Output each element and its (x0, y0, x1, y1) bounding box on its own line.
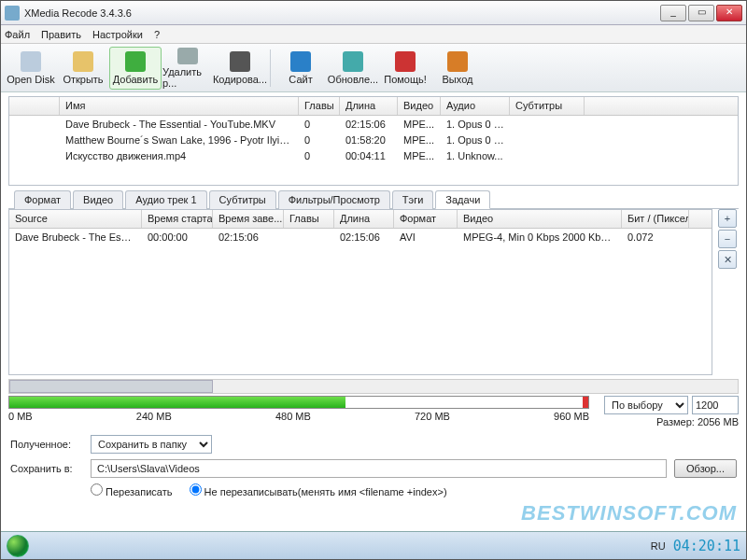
file-col[interactable]: Аудио (441, 97, 510, 115)
size-mode-select[interactable]: По выбору (604, 396, 688, 414)
file-list-body[interactable]: Dave Brubeck - The Essential - YouTube.M… (9, 116, 738, 163)
toolbar-Помощь![interactable]: Помощь! (379, 47, 431, 90)
toolbar-Сайт[interactable]: Сайт (275, 47, 327, 90)
toolbar-Open Disk[interactable]: Open Disk (5, 47, 57, 90)
tab-Формат[interactable]: Формат (14, 190, 71, 209)
tabs: ФорматВидеоАудио трек 1СубтитрыФильтры/П… (8, 189, 739, 209)
toolbar-Добавить[interactable]: Добавить (109, 47, 162, 90)
menu-?[interactable]: ? (154, 29, 160, 40)
overwrite-radio[interactable]: Перезаписать (91, 483, 173, 497)
toolbar-icon (21, 51, 41, 72)
toolbar-icon (73, 51, 93, 72)
menu-Файл[interactable]: Файл (5, 29, 30, 40)
toolbar-Выход[interactable]: Выход (431, 47, 484, 90)
output-settings: Полученное: Сохранить в папку Сохранить … (1, 431, 746, 501)
tray-time: 04:20:11 (673, 538, 740, 554)
file-col[interactable] (9, 97, 60, 115)
toolbar-icon (290, 51, 311, 72)
tray-lang[interactable]: RU (651, 540, 666, 552)
dest-mode-select[interactable]: Сохранить в папку (91, 435, 212, 454)
start-orb[interactable] (7, 535, 29, 557)
size-progress[interactable] (8, 396, 589, 409)
menu-Править[interactable]: Править (41, 29, 81, 40)
watermark: BESTWINSOFT.COM (521, 501, 737, 525)
window-title: XMedia Recode 3.4.3.6 (24, 7, 660, 19)
maximize-button[interactable]: ▭ (688, 5, 714, 21)
clear-tasks-button[interactable]: ✕ (718, 250, 737, 269)
file-col[interactable]: Главы (299, 97, 340, 115)
task-col[interactable]: Время старта (142, 210, 213, 228)
task-col[interactable]: Время заве... (213, 210, 284, 228)
taskbar[interactable]: RU 04:20:11 (1, 531, 746, 559)
tasks-panel: SourceВремя стартаВремя заве...ГлавыДлин… (8, 209, 712, 375)
toolbar-Обновле...[interactable]: Обновле... (327, 47, 379, 90)
task-col[interactable]: Главы (284, 210, 334, 228)
toolbar-icon (230, 51, 250, 72)
tab-Тэги[interactable]: Тэги (392, 190, 434, 209)
file-row[interactable]: Искусство движения.mp4000:04:11MPE...1. … (9, 147, 738, 163)
file-col[interactable]: Субтитры (510, 97, 585, 115)
toolbar-icon (177, 48, 198, 64)
size-total: Размер: 2056 MB (656, 416, 739, 427)
save-path: C:\Users\Slava\Videos (91, 459, 667, 478)
task-col[interactable]: Бит / (Пиксел*... (622, 210, 689, 228)
save-label: Сохранить в: (10, 463, 83, 474)
toolbar-Удалить р...[interactable]: Удалить р... (162, 47, 214, 90)
tab-Аудио трек 1[interactable]: Аудио трек 1 (125, 190, 206, 209)
file-row[interactable]: Dave Brubeck - The Essential - YouTube.M… (9, 116, 738, 132)
toolbar-icon (125, 51, 146, 72)
titlebar: XMedia Recode 3.4.3.6 _ ▭ ✕ (1, 1, 746, 25)
size-bar: 0 MB240 MB480 MB720 MB960 MB По выбору Р… (8, 396, 739, 429)
file-col[interactable]: Видео (398, 97, 441, 115)
task-col[interactable]: Длина (334, 210, 394, 228)
file-row[interactable]: Matthew Bourne´s Swan Lake, 1996 - Pyotr… (9, 132, 738, 147)
tab-Фильтры/Просмотр[interactable]: Фильтры/Просмотр (278, 190, 390, 209)
tasks-hscrollbar[interactable] (8, 379, 739, 394)
file-col[interactable]: Длина (340, 97, 398, 115)
add-task-button[interactable]: + (718, 209, 737, 228)
file-list-panel: ИмяГлавыДлинаВидеоАудиоСубтитры Dave Bru… (8, 96, 739, 186)
tab-Видео[interactable]: Видео (73, 190, 123, 209)
menu-Настройки[interactable]: Настройки (92, 29, 143, 40)
minimize-button[interactable]: _ (660, 5, 686, 21)
toolbar: Open DiskОткрытьДобавитьУдалить р...Коди… (1, 44, 746, 92)
tab-Субтитры[interactable]: Субтитры (209, 190, 276, 209)
toolbar-icon (343, 51, 363, 72)
file-list-header: ИмяГлавыДлинаВидеоАудиоСубтитры (9, 97, 738, 116)
toolbar-Кодирова...[interactable]: Кодирова... (214, 47, 266, 90)
close-button[interactable]: ✕ (716, 5, 742, 21)
tab-Задачи[interactable]: Задачи (435, 190, 490, 209)
toolbar-Открыть[interactable]: Открыть (57, 47, 109, 90)
task-col[interactable]: Видео (458, 210, 622, 228)
app-icon (5, 6, 20, 21)
browse-button[interactable]: Обзор... (674, 459, 737, 478)
tasks-body[interactable]: Dave Brubeck - The Essential - YouTu...0… (9, 229, 712, 245)
task-col[interactable]: Source (9, 210, 142, 228)
system-tray[interactable]: RU 04:20:11 (651, 538, 740, 554)
task-row[interactable]: Dave Brubeck - The Essential - YouTu...0… (9, 229, 712, 245)
file-col[interactable]: Имя (60, 97, 299, 115)
remove-task-button[interactable]: − (718, 230, 737, 248)
menubar: ФайлПравитьНастройки? (1, 25, 746, 44)
task-col[interactable]: Формат (394, 210, 458, 228)
tasks-header: SourceВремя стартаВремя заве...ГлавыДлин… (9, 210, 712, 229)
toolbar-icon (447, 51, 468, 72)
toolbar-icon (395, 51, 416, 72)
dest-label: Полученное: (10, 439, 83, 450)
size-value-input[interactable] (692, 396, 739, 414)
no-overwrite-radio[interactable]: Не перезаписывать(менять имя <filename +… (190, 483, 447, 497)
